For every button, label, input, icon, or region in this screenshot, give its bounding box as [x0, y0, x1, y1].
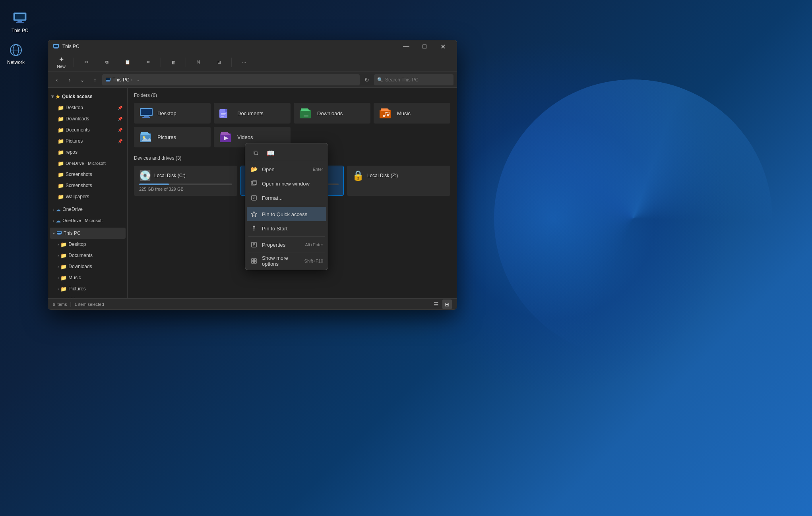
folders-grid: Desktop Documents: [134, 103, 450, 147]
refresh-button[interactable]: ↻: [361, 74, 372, 85]
ctx-open-new-window[interactable]: Open in new window: [247, 176, 326, 191]
sidebar-onedrive-label: OneDrive: [62, 207, 83, 212]
folder-tile-music[interactable]: Music: [374, 103, 450, 124]
up-button[interactable]: ↑: [89, 74, 101, 85]
documents-tile-icon: [219, 107, 233, 119]
folder-tile-downloads[interactable]: Downloads: [294, 103, 370, 124]
ctx-show-more[interactable]: Show more options Shift+F10: [247, 254, 326, 268]
this-pc-icon: [12, 10, 28, 26]
context-menu-top-icons: ⧉ 📖: [247, 145, 326, 161]
svg-rect-27: [221, 116, 224, 117]
ctx-format[interactable]: Format...: [247, 191, 326, 205]
sort-button[interactable]: ⇅: [188, 54, 208, 70]
sidebar-thispc-desktop[interactable]: › 📁 Desktop: [50, 239, 126, 250]
sidebar-thispc-documents[interactable]: › 📁 Documents: [50, 250, 126, 261]
folder-downloads-label: Downloads: [317, 110, 343, 116]
drive-tile-z[interactable]: 🔒 Local Disk (Z:): [347, 166, 450, 196]
sidebar-onedrive-header[interactable]: › ☁ OneDrive: [50, 204, 126, 215]
title-bar-icon: [53, 43, 59, 50]
sidebar-screenshots1-label: Screenshots: [66, 172, 92, 177]
search-input[interactable]: [374, 74, 453, 85]
view-toggle-button[interactable]: ⊞: [209, 54, 229, 70]
expand-documents-icon: ›: [58, 253, 59, 258]
ctx-pin-start[interactable]: Pin to Start: [247, 221, 326, 236]
close-button[interactable]: ✕: [434, 40, 452, 53]
minimize-button[interactable]: —: [397, 40, 415, 53]
desktop-icon-this-pc[interactable]: This PC: [4, 8, 36, 36]
ctx-properties-icon: [250, 241, 258, 249]
sidebar-item-desktop[interactable]: 📁 Desktop 📌: [50, 102, 126, 113]
sidebar-thispc-pictures[interactable]: › 📁 Pictures: [50, 283, 126, 294]
sidebar-item-onedrive-ms-qa[interactable]: 📁 OneDrive - Microsoft: [50, 158, 126, 169]
ctx-copy-button[interactable]: ⧉: [248, 147, 263, 159]
svg-rect-16: [57, 232, 61, 233]
ctx-open[interactable]: 📂 Open Enter: [247, 162, 326, 176]
grid-view-button[interactable]: ⊞: [442, 300, 452, 309]
sidebar-thispc-music[interactable]: › 📁 Music: [50, 272, 126, 283]
copy-button[interactable]: ⧉: [97, 54, 117, 70]
more-button[interactable]: ···: [234, 54, 254, 70]
ctx-properties[interactable]: Properties Alt+Enter: [247, 238, 326, 252]
delete-button[interactable]: 🗑: [163, 54, 183, 70]
desktop-icon-network[interactable]: Network: [0, 40, 32, 68]
sidebar-thispc-downloads[interactable]: › 📁 Downloads: [50, 261, 126, 272]
forward-button[interactable]: ›: [64, 74, 75, 85]
paste-button[interactable]: 📋: [118, 54, 138, 70]
folder-videos-label: Videos: [237, 134, 253, 140]
repos-folder-icon: 📁: [58, 149, 64, 155]
rename-button[interactable]: ✏: [138, 54, 158, 70]
drive-tile-c[interactable]: 💽 Local Disk (C:) 225 GB free of 329 GB: [134, 166, 237, 196]
svg-rect-62: [252, 261, 254, 263]
svg-rect-14: [106, 81, 110, 81]
folder-tile-desktop[interactable]: Desktop: [134, 103, 211, 124]
maximize-button[interactable]: □: [415, 40, 434, 53]
back-button[interactable]: ‹: [51, 74, 62, 85]
folder-tile-documents[interactable]: Documents: [214, 103, 291, 124]
sidebar-thispc-pictures-label: Pictures: [68, 286, 85, 292]
folder-tile-pictures[interactable]: Pictures: [134, 127, 211, 147]
rename-icon: ✏: [147, 60, 150, 65]
svg-rect-61: [254, 259, 256, 261]
path-dropdown-button[interactable]: ⌄: [134, 76, 142, 84]
cut-button[interactable]: ✂: [76, 54, 96, 70]
sidebar-thispc-videos[interactable]: › 📁 Videos: [50, 294, 126, 298]
pictures-folder-icon: 📁: [58, 138, 64, 144]
sidebar-item-downloads[interactable]: 📁 Downloads 📌: [50, 113, 126, 124]
window-controls: — □ ✕: [397, 40, 452, 53]
svg-rect-9: [55, 48, 57, 48]
svg-marker-40: [141, 132, 150, 135]
expand-downloads-icon: ›: [58, 265, 59, 269]
ctx-show-more-label: Show more options: [262, 255, 300, 267]
sidebar-quick-access-header[interactable]: ▾ ★ Quick access: [48, 91, 127, 102]
paste-icon: 📋: [125, 60, 130, 65]
pictures-pin-icon: 📌: [118, 139, 122, 143]
list-view-button[interactable]: ☰: [431, 300, 441, 309]
thispc-music-folder-icon: 📁: [60, 275, 67, 281]
documents-pin-icon: 📌: [118, 128, 122, 132]
sidebar-this-pc-header[interactable]: ▾ This PC: [50, 228, 126, 239]
sidebar-item-screenshots1[interactable]: 📁 Screenshots: [50, 169, 126, 180]
sidebar-item-pictures[interactable]: 📁 Pictures 📌: [50, 135, 126, 147]
search-icon: 🔍: [377, 77, 383, 83]
this-pc-sidebar-icon: [56, 230, 62, 236]
folders-section-header: Folders (6): [134, 93, 450, 98]
toolbar-sep4: [231, 58, 232, 67]
sidebar-onedrive-ms-header[interactable]: › ☁ OneDrive - Microsoft: [50, 215, 126, 226]
ctx-pin-quick-access[interactable]: Pin to Quick access: [247, 207, 326, 221]
toolbar-sep3: [186, 58, 186, 67]
dropdown-button[interactable]: ⌄: [77, 74, 88, 85]
sidebar-item-documents[interactable]: 📁 Documents 📌: [50, 124, 126, 135]
ctx-open-book-button[interactable]: 📖: [264, 147, 278, 159]
sidebar-item-screenshots2[interactable]: 📁 Screenshots: [50, 180, 126, 191]
sidebar-desktop-label: Desktop: [66, 105, 83, 110]
address-path[interactable]: This PC › ⌄: [102, 74, 360, 85]
path-this-pc: This PC: [112, 77, 130, 83]
sidebar-item-repos[interactable]: 📁 repos: [50, 147, 126, 158]
expand-desktop-icon: ›: [58, 242, 59, 247]
svg-rect-8: [54, 45, 58, 47]
ctx-properties-label: Properties: [262, 242, 301, 248]
sidebar-item-wallpapers[interactable]: 📁 Wallpapers: [50, 191, 126, 202]
ctx-pin-start-icon: [250, 224, 258, 232]
desktop-folder-icon: 📁: [58, 105, 64, 111]
new-button[interactable]: ✦ New: [51, 54, 71, 70]
